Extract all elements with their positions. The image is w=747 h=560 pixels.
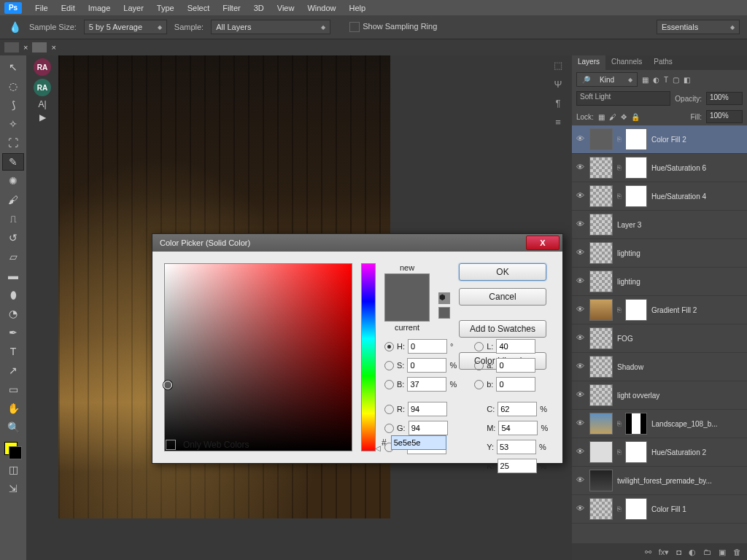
layer-row[interactable]: 👁lighting: [572, 239, 747, 268]
background-swatch[interactable]: [9, 446, 22, 459]
path-select-tool[interactable]: ↗: [2, 362, 24, 379]
lock-all-icon[interactable]: 🔒: [631, 113, 640, 121]
m-field[interactable]: [498, 421, 538, 435]
layer-thumbnail[interactable]: [589, 299, 613, 321]
g-radio[interactable]: [384, 424, 394, 433]
tab-paths[interactable]: Paths: [648, 55, 678, 70]
visibility-icon[interactable]: 👁: [575, 191, 585, 201]
layer-name[interactable]: Hue/Saturation 4: [651, 192, 744, 201]
menu-filter[interactable]: Filter: [217, 2, 246, 14]
layer-row[interactable]: 👁light ovverlay: [572, 381, 747, 410]
checkbox-icon[interactable]: [349, 22, 360, 32]
layer-name[interactable]: lighting: [617, 278, 744, 286]
layer-name[interactable]: Color Fill 1: [651, 505, 744, 513]
layer-mask-thumbnail[interactable]: [625, 441, 647, 463]
menu-help[interactable]: Help: [344, 2, 372, 14]
filter-kind-dropdown[interactable]: 🔎Kind◆: [576, 72, 638, 87]
layer-name[interactable]: twilight_forest_premade_by...: [617, 477, 744, 485]
menu-type[interactable]: Type: [151, 2, 180, 14]
ok-button[interactable]: OK: [459, 263, 546, 281]
mask-icon[interactable]: ◘: [676, 548, 681, 556]
layer-row[interactable]: 👁⎘Landscape_108_b...: [572, 410, 747, 438]
websafe-warning-icon[interactable]: [438, 307, 450, 319]
panel-icon[interactable]: ⬚: [551, 60, 565, 73]
adjustment-icon[interactable]: ◐: [689, 548, 696, 557]
filter-adjust-icon[interactable]: ◐: [653, 76, 659, 84]
link-icon[interactable]: ⎘: [617, 505, 621, 513]
k-field[interactable]: [498, 459, 537, 473]
layer-mask-thumbnail[interactable]: [625, 413, 647, 435]
shape-tool[interactable]: ▭: [2, 381, 24, 398]
color-saturation-box[interactable]: [164, 263, 352, 451]
visibility-icon[interactable]: 👁: [575, 134, 585, 144]
menu-file[interactable]: File: [29, 2, 54, 14]
gradient-tool[interactable]: ▬: [2, 267, 24, 284]
type-cursor-icon[interactable]: A|: [38, 99, 46, 109]
g-field[interactable]: [409, 421, 448, 435]
c-field[interactable]: [498, 402, 537, 416]
visibility-icon[interactable]: 👁: [575, 163, 585, 173]
lock-move-icon[interactable]: ✥: [621, 113, 627, 121]
eraser-tool[interactable]: ▱: [2, 248, 24, 265]
layer-row[interactable]: 👁⎘Hue/Saturation 6: [572, 154, 747, 182]
brush-tool[interactable]: 🖌: [2, 191, 24, 209]
history-brush-tool[interactable]: ↺: [2, 229, 24, 246]
y-field[interactable]: [497, 440, 536, 454]
filter-smart-icon[interactable]: ◧: [684, 76, 690, 84]
color-swatch[interactable]: [4, 442, 22, 459]
crop-tool[interactable]: ⛶: [2, 134, 24, 152]
history-snapshot[interactable]: RA: [34, 79, 51, 96]
layer-row[interactable]: 👁⎘Color Fill 1: [572, 495, 747, 524]
layer-thumbnail[interactable]: [589, 327, 613, 349]
wand-tool[interactable]: ✧: [2, 115, 24, 133]
gamut-warning-icon[interactable]: ⬢: [438, 292, 450, 304]
r-field[interactable]: [408, 402, 447, 416]
layer-row[interactable]: 👁⎘Hue/Saturation 2: [572, 438, 747, 467]
layer-mask-thumbnail[interactable]: [625, 498, 647, 520]
layer-thumbnail[interactable]: [589, 356, 613, 378]
dodge-tool[interactable]: ◔: [2, 305, 24, 322]
screenmode-icon[interactable]: ⇲: [2, 480, 24, 497]
hue-radio[interactable]: [384, 342, 394, 351]
layer-row[interactable]: 👁lighting: [572, 268, 747, 296]
hue-slider[interactable]: ◁: [361, 263, 376, 451]
layer-name[interactable]: Hue/Saturation 6: [651, 164, 744, 172]
dialog-title-bar[interactable]: Color Picker (Solid Color) X: [152, 234, 562, 252]
menu-view[interactable]: View: [271, 2, 301, 14]
panel-icon[interactable]: ¶: [551, 98, 565, 111]
heal-tool[interactable]: ✺: [2, 172, 24, 190]
workspace-dropdown[interactable]: Essentials◆: [657, 20, 740, 34]
layer-thumbnail[interactable]: [589, 128, 613, 150]
layer-mask-thumbnail[interactable]: [625, 185, 647, 207]
tab-layers[interactable]: Layers: [572, 55, 605, 70]
fill-field[interactable]: 100%: [706, 110, 743, 123]
sat-radio[interactable]: [384, 361, 394, 370]
zoom-tool[interactable]: 🔍: [2, 419, 24, 436]
layer-row[interactable]: 👁⎘Hue/Saturation 4: [572, 182, 747, 211]
link-icon[interactable]: ⎘: [617, 136, 621, 143]
layer-name[interactable]: FOG: [617, 335, 744, 343]
a-radio[interactable]: [474, 361, 484, 370]
layer-thumbnail[interactable]: [589, 413, 613, 435]
blend-mode-dropdown[interactable]: Soft Light: [576, 91, 670, 106]
r-radio[interactable]: [384, 405, 394, 414]
link-icon[interactable]: ⎘: [617, 192, 621, 200]
visibility-icon[interactable]: 👁: [575, 447, 585, 457]
b-field[interactable]: [407, 377, 446, 392]
stamp-tool[interactable]: ⎍: [2, 210, 24, 228]
layer-thumbnail[interactable]: [589, 242, 613, 264]
layer-thumbnail[interactable]: [589, 185, 613, 207]
layer-row[interactable]: 👁⎘Color Fill 2: [572, 125, 747, 154]
layer-thumbnail[interactable]: [589, 384, 613, 406]
visibility-icon[interactable]: 👁: [575, 390, 585, 400]
history-snapshot[interactable]: RA: [34, 58, 51, 76]
layer-thumbnail[interactable]: [589, 498, 613, 520]
blur-tool[interactable]: ⬮: [2, 286, 24, 303]
quickmask-icon[interactable]: ◫: [2, 461, 24, 478]
filter-pixel-icon[interactable]: ▦: [642, 76, 649, 84]
visibility-icon[interactable]: 👁: [575, 419, 585, 429]
layer-thumbnail[interactable]: [589, 157, 613, 179]
s-field[interactable]: [407, 358, 446, 373]
sample-size-dropdown[interactable]: 5 by 5 Average◆: [84, 20, 167, 34]
move-tool[interactable]: ↖: [2, 58, 24, 76]
